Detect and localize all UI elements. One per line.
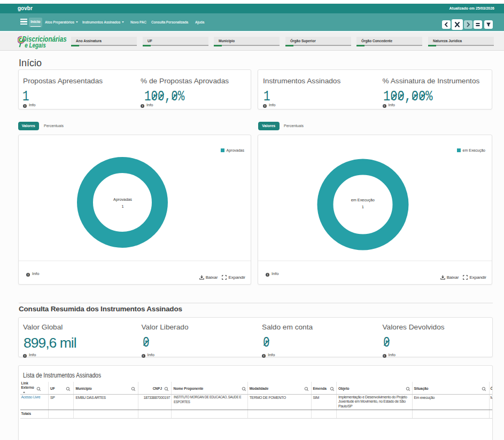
- svg-text:e Legais: e Legais: [25, 41, 46, 49]
